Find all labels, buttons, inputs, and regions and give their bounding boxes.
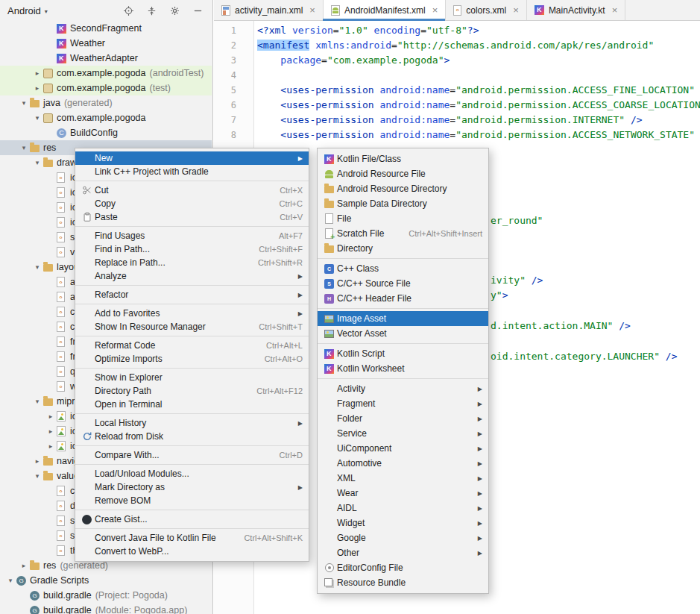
kotlin-icon: [535, 5, 544, 15]
menu-item-remove-bom[interactable]: Remove BOM: [75, 494, 309, 507]
menu-item-add-to-favorites[interactable]: Add to Favorites▶: [75, 307, 309, 320]
tree-item-buildconfig[interactable]: BuildConfig: [0, 125, 212, 140]
tree-expand-arrow[interactable]: ▾: [31, 398, 43, 405]
menu-item-resource-bundle[interactable]: Resource Bundle: [318, 575, 488, 590]
menu-item-sample-data-directory[interactable]: Sample Data Directory: [318, 196, 488, 211]
menu-item-kotlin-file-class[interactable]: Kotlin File/Class: [318, 151, 488, 166]
tab-close-icon[interactable]: ×: [432, 5, 438, 15]
menu-item-optimize-imports[interactable]: Optimize ImportsCtrl+Alt+O: [75, 352, 309, 366]
settings-gear-icon[interactable]: [168, 4, 180, 16]
tree-expand-arrow[interactable]: ▸: [45, 442, 57, 450]
tree-item-weatheradapter[interactable]: WeatherAdapter: [0, 51, 212, 66]
tab-close-icon[interactable]: ×: [612, 5, 618, 15]
menu-item-local-history[interactable]: Local History▶: [75, 416, 309, 430]
menu-item-uicomponent[interactable]: UiComponent▶: [318, 441, 488, 456]
tree-expand-arrow[interactable]: ▾: [31, 114, 43, 122]
menu-item-reformat-code[interactable]: Reformat CodeCtrl+Alt+L: [75, 339, 309, 352]
menu-item-new[interactable]: New▶: [75, 151, 309, 165]
menu-item-google[interactable]: Google▶: [318, 530, 488, 545]
editor-tab-activity-main-xml[interactable]: activity_main.xml×: [214, 0, 324, 20]
editor-tab-mainactivity-kt[interactable]: MainActivity.kt×: [527, 0, 625, 20]
menu-item-label: Show In Resource Manager: [95, 322, 259, 332]
menu-item-replace-in-path[interactable]: Replace in Path...Ctrl+Shift+R: [75, 256, 309, 269]
tree-expand-arrow[interactable]: ▸: [31, 457, 43, 465]
menu-item-find-in-path[interactable]: Find in Path...Ctrl+Shift+F: [75, 242, 309, 256]
menu-item-file[interactable]: File: [318, 211, 488, 226]
menu-item-reload-from-disk[interactable]: Reload from Disk: [75, 430, 309, 443]
tree-expand-arrow[interactable]: ▾: [18, 99, 30, 107]
tree-expand-arrow[interactable]: ▸: [31, 69, 43, 77]
menu-item-fragment[interactable]: Fragment▶: [318, 396, 488, 411]
menu-item-folder[interactable]: Folder▶: [318, 411, 488, 426]
menu-item-c-class[interactable]: CC++ Class: [318, 261, 488, 276]
tab-close-icon[interactable]: ×: [309, 5, 315, 15]
menu-item-android-resource-directory[interactable]: Android Resource Directory: [318, 181, 488, 196]
menu-item-editorconfig-file[interactable]: EditorConfig File: [318, 560, 488, 575]
tree-item-java-generated[interactable]: ▾java(generated): [0, 95, 212, 110]
tree-expand-arrow[interactable]: ▾: [31, 159, 43, 166]
tree-item-secondfragment[interactable]: SecondFragment: [0, 21, 212, 36]
hide-panel-icon[interactable]: [192, 4, 204, 16]
tab-close-icon[interactable]: ×: [513, 5, 519, 15]
tree-expand-arrow[interactable]: ▸: [45, 413, 57, 420]
menu-item-cut[interactable]: CutCtrl+X: [75, 184, 309, 197]
menu-item-service[interactable]: Service▶: [318, 426, 488, 441]
menu-item-paste[interactable]: PasteCtrl+V: [75, 210, 309, 224]
tree-expand-arrow[interactable]: ▾: [18, 144, 30, 151]
locate-file-icon[interactable]: [122, 4, 134, 16]
menu-item-activity[interactable]: Activity▶: [318, 381, 488, 396]
menu-item-convert-to-webp[interactable]: Convert to WebP...: [75, 545, 309, 558]
menu-item-refactor[interactable]: Refactor▶: [75, 288, 309, 301]
menu-item-copy[interactable]: CopyCtrl+C: [75, 197, 309, 210]
menu-item-wear[interactable]: Wear▶: [318, 486, 488, 501]
tree-item-build-gradle-project-pogoda[interactable]: build.gradle(Project: Pogoda): [0, 588, 212, 603]
tree-expand-arrow[interactable]: ▾: [31, 472, 43, 480]
menu-item-c-c-source-file[interactable]: SC/C++ Source File: [318, 276, 488, 291]
code-token: =: [321, 54, 327, 66]
project-view-selector[interactable]: Android: [7, 5, 41, 16]
menu-item-label: Scratch File: [337, 228, 409, 239]
menu-item-mark-directory-as[interactable]: Mark Directory as▶: [75, 480, 309, 494]
menu-item-automotive[interactable]: Automotive▶: [318, 456, 488, 471]
line-number: 4: [214, 68, 236, 83]
menu-item-xml[interactable]: XML▶: [318, 471, 488, 486]
xml-icon: [57, 366, 70, 377]
menu-item-open-in-terminal[interactable]: Open in Terminal: [75, 398, 309, 411]
menu-item-create-gist[interactable]: Create Gist...: [75, 513, 309, 526]
menu-item-widget[interactable]: Widget▶: [318, 516, 488, 530]
tree-expand-arrow[interactable]: ▾: [4, 577, 16, 584]
menu-item-convert-java-file-to-kotlin-file[interactable]: Convert Java File to Kotlin FileCtrl+Alt…: [75, 531, 309, 545]
collapse-all-icon[interactable]: [145, 4, 157, 16]
tree-expand-arrow[interactable]: ▸: [45, 427, 57, 435]
menu-item-label: Wear: [337, 488, 473, 498]
menu-item-show-in-explorer[interactable]: Show in Explorer: [75, 371, 309, 384]
tree-expand-arrow[interactable]: ▸: [18, 562, 30, 569]
menu-item-load-unload-modules[interactable]: Load/Unload Modules...: [75, 467, 309, 480]
menu-item-image-asset[interactable]: Image Asset: [318, 311, 488, 326]
menu-item-analyze[interactable]: Analyze▶: [75, 269, 309, 283]
tree-item-weather[interactable]: Weather: [0, 36, 212, 51]
menu-item-c-c-header-file[interactable]: HC/C++ Header File: [318, 291, 488, 306]
tree-expand-arrow[interactable]: ▾: [31, 263, 43, 271]
menu-item-find-usages[interactable]: Find UsagesAlt+F7: [75, 229, 309, 242]
tree-expand-arrow[interactable]: ▸: [31, 84, 43, 92]
tree-item-com-example-pogoda-test[interactable]: ▸com.example.pogoda(test): [0, 81, 212, 95]
menu-item-scratch-file[interactable]: Scratch FileCtrl+Alt+Shift+Insert: [318, 226, 488, 241]
menu-item-kotlin-script[interactable]: Kotlin Script: [318, 346, 488, 361]
menu-item-aidl[interactable]: AIDL▶: [318, 501, 488, 516]
tree-item-gradle-scripts[interactable]: ▾Gradle Scripts: [0, 573, 212, 588]
menu-item-show-in-resource-manager[interactable]: Show In Resource ManagerCtrl+Shift+T: [75, 320, 309, 333]
editor-tab-androidmanifest-xml[interactable]: AndroidManifest.xml×: [324, 0, 446, 20]
menu-item-vector-asset[interactable]: Vector Asset: [318, 326, 488, 341]
tree-item-com-example-pogoda[interactable]: ▾com.example.pogoda: [0, 110, 212, 125]
menu-item-directory-path[interactable]: Directory PathCtrl+Alt+F12: [75, 384, 309, 398]
tree-item-com-example-pogoda-androidtest[interactable]: ▸com.example.pogoda(androidTest): [0, 66, 212, 81]
menu-item-android-resource-file[interactable]: Android Resource File: [318, 166, 488, 181]
menu-item-link-c-project-with-gradle[interactable]: Link C++ Project with Gradle: [75, 165, 309, 178]
menu-item-compare-with[interactable]: Compare With...Ctrl+D: [75, 448, 309, 462]
menu-item-directory[interactable]: Directory: [318, 241, 488, 256]
editor-tab-colors-xml[interactable]: colors.xml×: [446, 0, 527, 20]
menu-item-kotlin-worksheet[interactable]: Kotlin Worksheet: [318, 361, 488, 376]
tree-item-build-gradle-module-pogoda-app[interactable]: build.gradle(Module: Pogoda.app): [0, 603, 212, 614]
menu-item-other[interactable]: Other▶: [318, 545, 488, 560]
